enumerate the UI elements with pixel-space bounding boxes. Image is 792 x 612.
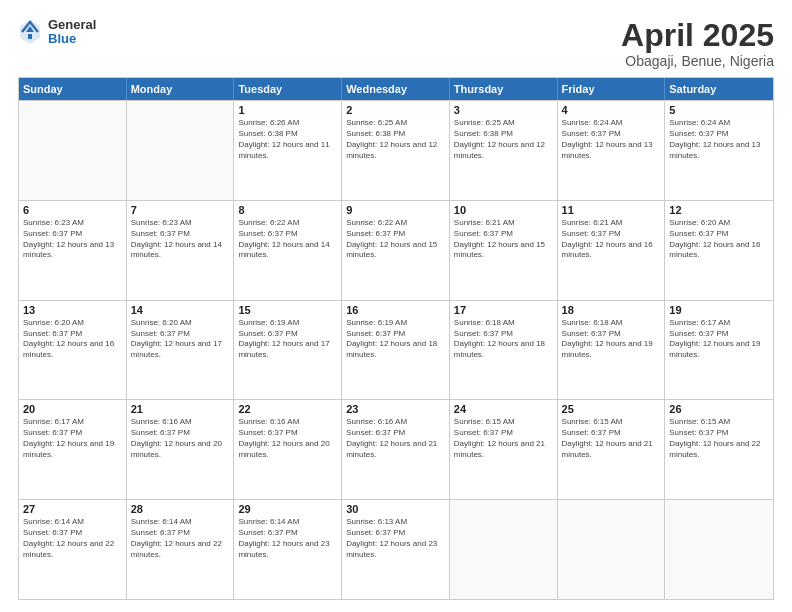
cal-header-cell: Saturday <box>665 78 773 100</box>
cal-cell-text: Sunrise: 6:26 AM Sunset: 6:38 PM Dayligh… <box>238 118 337 161</box>
cal-day-number: 16 <box>346 304 445 316</box>
header: General Blue April 2025 Obagaji, Benue, … <box>18 18 774 69</box>
cal-day-number: 12 <box>669 204 769 216</box>
cal-day-number: 17 <box>454 304 553 316</box>
cal-cell-empty <box>665 500 773 599</box>
cal-cell-18: 18Sunrise: 6:18 AM Sunset: 6:37 PM Dayli… <box>558 301 666 400</box>
cal-cell-text: Sunrise: 6:15 AM Sunset: 6:37 PM Dayligh… <box>562 417 661 460</box>
cal-cell-empty <box>450 500 558 599</box>
cal-cell-13: 13Sunrise: 6:20 AM Sunset: 6:37 PM Dayli… <box>19 301 127 400</box>
cal-cell-text: Sunrise: 6:23 AM Sunset: 6:37 PM Dayligh… <box>131 218 230 261</box>
cal-cell-6: 6Sunrise: 6:23 AM Sunset: 6:37 PM Daylig… <box>19 201 127 300</box>
cal-cell-text: Sunrise: 6:15 AM Sunset: 6:37 PM Dayligh… <box>669 417 769 460</box>
cal-day-number: 27 <box>23 503 122 515</box>
cal-cell-17: 17Sunrise: 6:18 AM Sunset: 6:37 PM Dayli… <box>450 301 558 400</box>
cal-cell-11: 11Sunrise: 6:21 AM Sunset: 6:37 PM Dayli… <box>558 201 666 300</box>
cal-cell-14: 14Sunrise: 6:20 AM Sunset: 6:37 PM Dayli… <box>127 301 235 400</box>
cal-day-number: 15 <box>238 304 337 316</box>
logo: General Blue <box>18 18 96 47</box>
cal-cell-10: 10Sunrise: 6:21 AM Sunset: 6:37 PM Dayli… <box>450 201 558 300</box>
cal-cell-26: 26Sunrise: 6:15 AM Sunset: 6:37 PM Dayli… <box>665 400 773 499</box>
calendar-week-1: 1Sunrise: 6:26 AM Sunset: 6:38 PM Daylig… <box>19 100 773 200</box>
cal-day-number: 4 <box>562 104 661 116</box>
cal-day-number: 9 <box>346 204 445 216</box>
cal-cell-text: Sunrise: 6:22 AM Sunset: 6:37 PM Dayligh… <box>238 218 337 261</box>
cal-day-number: 14 <box>131 304 230 316</box>
cal-day-number: 25 <box>562 403 661 415</box>
cal-cell-16: 16Sunrise: 6:19 AM Sunset: 6:37 PM Dayli… <box>342 301 450 400</box>
cal-cell-text: Sunrise: 6:14 AM Sunset: 6:37 PM Dayligh… <box>238 517 337 560</box>
cal-cell-25: 25Sunrise: 6:15 AM Sunset: 6:37 PM Dayli… <box>558 400 666 499</box>
cal-header-cell: Monday <box>127 78 235 100</box>
cal-day-number: 22 <box>238 403 337 415</box>
cal-day-number: 20 <box>23 403 122 415</box>
cal-header-cell: Wednesday <box>342 78 450 100</box>
cal-cell-3: 3Sunrise: 6:25 AM Sunset: 6:38 PM Daylig… <box>450 101 558 200</box>
cal-cell-text: Sunrise: 6:17 AM Sunset: 6:37 PM Dayligh… <box>23 417 122 460</box>
cal-cell-empty <box>19 101 127 200</box>
cal-day-number: 10 <box>454 204 553 216</box>
cal-cell-text: Sunrise: 6:16 AM Sunset: 6:37 PM Dayligh… <box>131 417 230 460</box>
cal-day-number: 5 <box>669 104 769 116</box>
cal-day-number: 28 <box>131 503 230 515</box>
cal-cell-text: Sunrise: 6:21 AM Sunset: 6:37 PM Dayligh… <box>454 218 553 261</box>
cal-cell-9: 9Sunrise: 6:22 AM Sunset: 6:37 PM Daylig… <box>342 201 450 300</box>
cal-day-number: 23 <box>346 403 445 415</box>
cal-header-cell: Tuesday <box>234 78 342 100</box>
cal-day-number: 8 <box>238 204 337 216</box>
calendar-body: 1Sunrise: 6:26 AM Sunset: 6:38 PM Daylig… <box>19 100 773 599</box>
cal-day-number: 1 <box>238 104 337 116</box>
cal-cell-22: 22Sunrise: 6:16 AM Sunset: 6:37 PM Dayli… <box>234 400 342 499</box>
cal-day-number: 11 <box>562 204 661 216</box>
cal-cell-text: Sunrise: 6:14 AM Sunset: 6:37 PM Dayligh… <box>131 517 230 560</box>
cal-day-number: 30 <box>346 503 445 515</box>
cal-cell-23: 23Sunrise: 6:16 AM Sunset: 6:37 PM Dayli… <box>342 400 450 499</box>
cal-header-cell: Sunday <box>19 78 127 100</box>
logo-general: General <box>48 18 96 32</box>
cal-cell-29: 29Sunrise: 6:14 AM Sunset: 6:37 PM Dayli… <box>234 500 342 599</box>
cal-cell-text: Sunrise: 6:18 AM Sunset: 6:37 PM Dayligh… <box>562 318 661 361</box>
cal-day-number: 26 <box>669 403 769 415</box>
logo-icon <box>18 18 42 46</box>
calendar-subtitle: Obagaji, Benue, Nigeria <box>621 53 774 69</box>
cal-cell-text: Sunrise: 6:22 AM Sunset: 6:37 PM Dayligh… <box>346 218 445 261</box>
cal-day-number: 19 <box>669 304 769 316</box>
cal-cell-text: Sunrise: 6:13 AM Sunset: 6:37 PM Dayligh… <box>346 517 445 560</box>
cal-header-cell: Friday <box>558 78 666 100</box>
calendar-header-row: SundayMondayTuesdayWednesdayThursdayFrid… <box>19 78 773 100</box>
cal-cell-8: 8Sunrise: 6:22 AM Sunset: 6:37 PM Daylig… <box>234 201 342 300</box>
cal-cell-27: 27Sunrise: 6:14 AM Sunset: 6:37 PM Dayli… <box>19 500 127 599</box>
cal-cell-text: Sunrise: 6:15 AM Sunset: 6:37 PM Dayligh… <box>454 417 553 460</box>
cal-cell-21: 21Sunrise: 6:16 AM Sunset: 6:37 PM Dayli… <box>127 400 235 499</box>
cal-day-number: 18 <box>562 304 661 316</box>
cal-cell-text: Sunrise: 6:19 AM Sunset: 6:37 PM Dayligh… <box>238 318 337 361</box>
cal-day-number: 21 <box>131 403 230 415</box>
cal-cell-19: 19Sunrise: 6:17 AM Sunset: 6:37 PM Dayli… <box>665 301 773 400</box>
calendar: SundayMondayTuesdayWednesdayThursdayFrid… <box>18 77 774 600</box>
cal-cell-30: 30Sunrise: 6:13 AM Sunset: 6:37 PM Dayli… <box>342 500 450 599</box>
calendar-week-2: 6Sunrise: 6:23 AM Sunset: 6:37 PM Daylig… <box>19 200 773 300</box>
cal-cell-text: Sunrise: 6:23 AM Sunset: 6:37 PM Dayligh… <box>23 218 122 261</box>
cal-cell-24: 24Sunrise: 6:15 AM Sunset: 6:37 PM Dayli… <box>450 400 558 499</box>
cal-cell-15: 15Sunrise: 6:19 AM Sunset: 6:37 PM Dayli… <box>234 301 342 400</box>
cal-cell-20: 20Sunrise: 6:17 AM Sunset: 6:37 PM Dayli… <box>19 400 127 499</box>
logo-text: General Blue <box>48 18 96 47</box>
cal-day-number: 29 <box>238 503 337 515</box>
cal-cell-5: 5Sunrise: 6:24 AM Sunset: 6:37 PM Daylig… <box>665 101 773 200</box>
cal-cell-12: 12Sunrise: 6:20 AM Sunset: 6:37 PM Dayli… <box>665 201 773 300</box>
cal-cell-text: Sunrise: 6:24 AM Sunset: 6:37 PM Dayligh… <box>562 118 661 161</box>
calendar-week-3: 13Sunrise: 6:20 AM Sunset: 6:37 PM Dayli… <box>19 300 773 400</box>
calendar-title: April 2025 <box>621 18 774 53</box>
cal-cell-1: 1Sunrise: 6:26 AM Sunset: 6:38 PM Daylig… <box>234 101 342 200</box>
cal-cell-text: Sunrise: 6:17 AM Sunset: 6:37 PM Dayligh… <box>669 318 769 361</box>
cal-day-number: 13 <box>23 304 122 316</box>
cal-cell-text: Sunrise: 6:21 AM Sunset: 6:37 PM Dayligh… <box>562 218 661 261</box>
svg-rect-1 <box>28 34 32 39</box>
calendar-week-5: 27Sunrise: 6:14 AM Sunset: 6:37 PM Dayli… <box>19 499 773 599</box>
page: General Blue April 2025 Obagaji, Benue, … <box>0 0 792 612</box>
cal-cell-text: Sunrise: 6:19 AM Sunset: 6:37 PM Dayligh… <box>346 318 445 361</box>
cal-cell-empty <box>558 500 666 599</box>
cal-cell-empty <box>127 101 235 200</box>
calendar-week-4: 20Sunrise: 6:17 AM Sunset: 6:37 PM Dayli… <box>19 399 773 499</box>
cal-cell-text: Sunrise: 6:16 AM Sunset: 6:37 PM Dayligh… <box>346 417 445 460</box>
